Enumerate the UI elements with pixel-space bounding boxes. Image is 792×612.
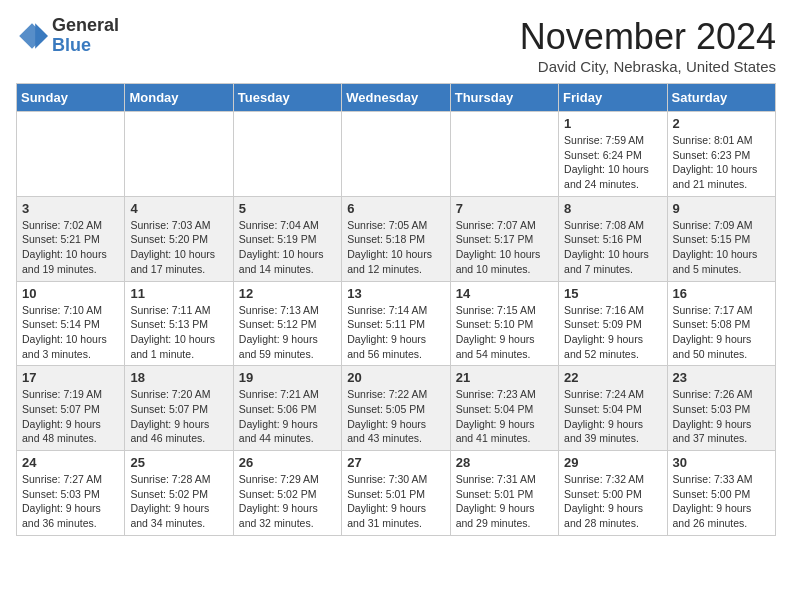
calendar-cell (17, 112, 125, 197)
day-info: Sunrise: 7:02 AM Sunset: 5:21 PM Dayligh… (22, 218, 119, 277)
calendar-cell (450, 112, 558, 197)
calendar-week-row: 24Sunrise: 7:27 AM Sunset: 5:03 PM Dayli… (17, 451, 776, 536)
day-number: 21 (456, 370, 553, 385)
day-number: 27 (347, 455, 444, 470)
calendar-cell: 4Sunrise: 7:03 AM Sunset: 5:20 PM Daylig… (125, 196, 233, 281)
day-number: 22 (564, 370, 661, 385)
day-number: 13 (347, 286, 444, 301)
day-number: 20 (347, 370, 444, 385)
month-title: November 2024 (520, 16, 776, 58)
location: David City, Nebraska, United States (520, 58, 776, 75)
day-number: 30 (673, 455, 770, 470)
calendar-cell: 29Sunrise: 7:32 AM Sunset: 5:00 PM Dayli… (559, 451, 667, 536)
calendar-cell: 6Sunrise: 7:05 AM Sunset: 5:18 PM Daylig… (342, 196, 450, 281)
day-info: Sunrise: 7:19 AM Sunset: 5:07 PM Dayligh… (22, 387, 119, 446)
day-number: 10 (22, 286, 119, 301)
calendar-cell (125, 112, 233, 197)
calendar-cell: 13Sunrise: 7:14 AM Sunset: 5:11 PM Dayli… (342, 281, 450, 366)
calendar-cell: 19Sunrise: 7:21 AM Sunset: 5:06 PM Dayli… (233, 366, 341, 451)
calendar-week-row: 1Sunrise: 7:59 AM Sunset: 6:24 PM Daylig… (17, 112, 776, 197)
calendar-cell: 16Sunrise: 7:17 AM Sunset: 5:08 PM Dayli… (667, 281, 775, 366)
calendar-cell: 21Sunrise: 7:23 AM Sunset: 5:04 PM Dayli… (450, 366, 558, 451)
day-number: 17 (22, 370, 119, 385)
calendar-cell: 28Sunrise: 7:31 AM Sunset: 5:01 PM Dayli… (450, 451, 558, 536)
day-number: 3 (22, 201, 119, 216)
day-number: 4 (130, 201, 227, 216)
title-block: November 2024 David City, Nebraska, Unit… (520, 16, 776, 75)
calendar-cell: 17Sunrise: 7:19 AM Sunset: 5:07 PM Dayli… (17, 366, 125, 451)
day-number: 29 (564, 455, 661, 470)
logo-text: General Blue (52, 16, 119, 56)
calendar-cell: 15Sunrise: 7:16 AM Sunset: 5:09 PM Dayli… (559, 281, 667, 366)
calendar-cell: 26Sunrise: 7:29 AM Sunset: 5:02 PM Dayli… (233, 451, 341, 536)
svg-marker-1 (35, 23, 48, 49)
calendar-table: SundayMondayTuesdayWednesdayThursdayFrid… (16, 83, 776, 536)
calendar-week-row: 10Sunrise: 7:10 AM Sunset: 5:14 PM Dayli… (17, 281, 776, 366)
day-info: Sunrise: 7:05 AM Sunset: 5:18 PM Dayligh… (347, 218, 444, 277)
calendar-cell: 23Sunrise: 7:26 AM Sunset: 5:03 PM Dayli… (667, 366, 775, 451)
calendar-header-row: SundayMondayTuesdayWednesdayThursdayFrid… (17, 84, 776, 112)
calendar-cell: 25Sunrise: 7:28 AM Sunset: 5:02 PM Dayli… (125, 451, 233, 536)
day-info: Sunrise: 7:33 AM Sunset: 5:00 PM Dayligh… (673, 472, 770, 531)
weekday-header: Thursday (450, 84, 558, 112)
day-info: Sunrise: 7:21 AM Sunset: 5:06 PM Dayligh… (239, 387, 336, 446)
day-number: 11 (130, 286, 227, 301)
day-number: 15 (564, 286, 661, 301)
calendar-cell: 20Sunrise: 7:22 AM Sunset: 5:05 PM Dayli… (342, 366, 450, 451)
day-number: 7 (456, 201, 553, 216)
calendar-cell: 9Sunrise: 7:09 AM Sunset: 5:15 PM Daylig… (667, 196, 775, 281)
day-info: Sunrise: 7:22 AM Sunset: 5:05 PM Dayligh… (347, 387, 444, 446)
weekday-header: Friday (559, 84, 667, 112)
day-number: 2 (673, 116, 770, 131)
day-info: Sunrise: 7:59 AM Sunset: 6:24 PM Dayligh… (564, 133, 661, 192)
calendar-cell: 11Sunrise: 7:11 AM Sunset: 5:13 PM Dayli… (125, 281, 233, 366)
calendar-cell: 10Sunrise: 7:10 AM Sunset: 5:14 PM Dayli… (17, 281, 125, 366)
calendar-cell: 1Sunrise: 7:59 AM Sunset: 6:24 PM Daylig… (559, 112, 667, 197)
day-info: Sunrise: 7:08 AM Sunset: 5:16 PM Dayligh… (564, 218, 661, 277)
page-header: General Blue November 2024 David City, N… (16, 16, 776, 75)
calendar-week-row: 17Sunrise: 7:19 AM Sunset: 5:07 PM Dayli… (17, 366, 776, 451)
day-info: Sunrise: 7:16 AM Sunset: 5:09 PM Dayligh… (564, 303, 661, 362)
day-number: 16 (673, 286, 770, 301)
day-number: 6 (347, 201, 444, 216)
day-number: 24 (22, 455, 119, 470)
day-info: Sunrise: 7:09 AM Sunset: 5:15 PM Dayligh… (673, 218, 770, 277)
day-info: Sunrise: 7:32 AM Sunset: 5:00 PM Dayligh… (564, 472, 661, 531)
day-info: Sunrise: 7:13 AM Sunset: 5:12 PM Dayligh… (239, 303, 336, 362)
day-info: Sunrise: 7:14 AM Sunset: 5:11 PM Dayligh… (347, 303, 444, 362)
day-info: Sunrise: 7:23 AM Sunset: 5:04 PM Dayligh… (456, 387, 553, 446)
day-number: 25 (130, 455, 227, 470)
calendar-cell: 3Sunrise: 7:02 AM Sunset: 5:21 PM Daylig… (17, 196, 125, 281)
day-number: 12 (239, 286, 336, 301)
calendar-cell: 18Sunrise: 7:20 AM Sunset: 5:07 PM Dayli… (125, 366, 233, 451)
weekday-header: Wednesday (342, 84, 450, 112)
day-info: Sunrise: 7:07 AM Sunset: 5:17 PM Dayligh… (456, 218, 553, 277)
day-info: Sunrise: 7:31 AM Sunset: 5:01 PM Dayligh… (456, 472, 553, 531)
day-info: Sunrise: 7:15 AM Sunset: 5:10 PM Dayligh… (456, 303, 553, 362)
day-number: 1 (564, 116, 661, 131)
calendar-cell: 27Sunrise: 7:30 AM Sunset: 5:01 PM Dayli… (342, 451, 450, 536)
calendar-cell: 14Sunrise: 7:15 AM Sunset: 5:10 PM Dayli… (450, 281, 558, 366)
day-number: 5 (239, 201, 336, 216)
day-number: 23 (673, 370, 770, 385)
day-number: 18 (130, 370, 227, 385)
day-number: 9 (673, 201, 770, 216)
day-info: Sunrise: 7:29 AM Sunset: 5:02 PM Dayligh… (239, 472, 336, 531)
calendar-week-row: 3Sunrise: 7:02 AM Sunset: 5:21 PM Daylig… (17, 196, 776, 281)
weekday-header: Monday (125, 84, 233, 112)
day-number: 28 (456, 455, 553, 470)
calendar-cell: 2Sunrise: 8:01 AM Sunset: 6:23 PM Daylig… (667, 112, 775, 197)
calendar-cell: 24Sunrise: 7:27 AM Sunset: 5:03 PM Dayli… (17, 451, 125, 536)
day-info: Sunrise: 7:03 AM Sunset: 5:20 PM Dayligh… (130, 218, 227, 277)
day-info: Sunrise: 8:01 AM Sunset: 6:23 PM Dayligh… (673, 133, 770, 192)
day-info: Sunrise: 7:28 AM Sunset: 5:02 PM Dayligh… (130, 472, 227, 531)
calendar-cell: 12Sunrise: 7:13 AM Sunset: 5:12 PM Dayli… (233, 281, 341, 366)
day-info: Sunrise: 7:26 AM Sunset: 5:03 PM Dayligh… (673, 387, 770, 446)
day-info: Sunrise: 7:17 AM Sunset: 5:08 PM Dayligh… (673, 303, 770, 362)
day-info: Sunrise: 7:04 AM Sunset: 5:19 PM Dayligh… (239, 218, 336, 277)
day-info: Sunrise: 7:20 AM Sunset: 5:07 PM Dayligh… (130, 387, 227, 446)
logo: General Blue (16, 16, 119, 56)
weekday-header: Tuesday (233, 84, 341, 112)
day-number: 26 (239, 455, 336, 470)
weekday-header: Saturday (667, 84, 775, 112)
